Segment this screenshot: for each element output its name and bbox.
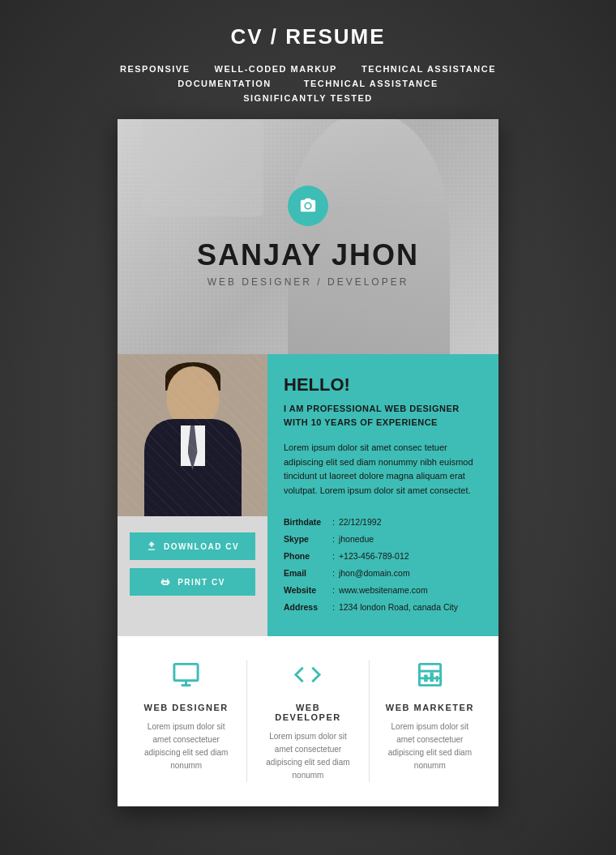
- svg-rect-0: [174, 665, 198, 681]
- cv-action-buttons: DOWNLOAD CV PRINT CV: [118, 516, 267, 596]
- features-row-1: RESPONSIVE WELL-CODED MARKUP TECHNICAL A…: [120, 64, 496, 74]
- sep6: :: [332, 599, 335, 616]
- sep5: :: [332, 582, 335, 599]
- download-icon: [146, 541, 157, 552]
- code-svg: [293, 660, 322, 689]
- hello-title: HELLO!: [284, 374, 482, 395]
- detail-birthdate: Birthdate : 22/12/1992: [284, 514, 482, 531]
- divider-2: [369, 660, 370, 782]
- skype-label: Skype: [284, 531, 328, 548]
- svg-rect-7: [430, 673, 433, 682]
- code-icon: [293, 660, 322, 695]
- page-title: CV / RESUME: [230, 24, 385, 49]
- detail-website: Website : www.websitename.com: [284, 582, 482, 599]
- address-value: 1234 london Road, canada City: [339, 599, 458, 616]
- website-value: www.websitename.com: [339, 582, 428, 599]
- cv-details: Birthdate : 22/12/1992 Skype : jhonedue …: [284, 514, 482, 616]
- download-cv-button[interactable]: DOWNLOAD CV: [130, 532, 255, 560]
- sep1: :: [332, 514, 335, 531]
- bg-person: [288, 119, 450, 354]
- detail-skype: Skype : jhonedue: [284, 531, 482, 548]
- monitor-icon: [172, 660, 200, 695]
- chart-icon: [416, 660, 444, 695]
- feature-responsive: RESPONSIVE: [120, 64, 190, 74]
- cv-skills-section: WEB DESIGNER Lorem ipsum dolor sit amet …: [118, 636, 498, 806]
- print-icon: [160, 576, 171, 588]
- cv-card: SANJAY JHON WEB DESIGNER / DEVELOPER: [118, 119, 498, 806]
- intro-text: Lorem ipsum dolor sit amet consec tetuer…: [284, 441, 482, 498]
- divider-1: [246, 660, 247, 782]
- feature-documentation: DOCUMENTATION: [178, 79, 272, 88]
- features-row-3: SIGNIFICANTLY TESTED: [243, 93, 373, 103]
- skype-value: jhonedue: [339, 531, 374, 548]
- intro-bold: I AM PROFESSIONAL WEB DESIGNER WITH 10 Y…: [284, 402, 482, 429]
- cv-photo: [118, 354, 267, 516]
- email-value: jhon@domain.com: [339, 565, 410, 582]
- sep2: :: [332, 531, 335, 548]
- cv-job-title: WEB DESIGNER / DEVELOPER: [207, 276, 409, 288]
- feature-tested: SIGNIFICANTLY TESTED: [243, 93, 373, 103]
- cv-name: SANJAY JHON: [197, 238, 419, 272]
- website-label: Website: [284, 582, 328, 599]
- address-label: Address: [284, 599, 328, 616]
- print-btn-label: PRINT CV: [178, 578, 225, 587]
- svg-rect-6: [424, 675, 427, 682]
- cv-profile: DOWNLOAD CV PRINT CV HELLO! I AM PROFESS…: [118, 354, 498, 636]
- features-row-2: DOCUMENTATION TECHNICAL ASSISTANCE: [178, 79, 438, 88]
- detail-address: Address : 1234 london Road, canada City: [284, 599, 482, 616]
- skill-2-desc: Lorem ipsum dolor sit amet consectetuer …: [263, 730, 352, 782]
- bg-element: [142, 119, 263, 216]
- download-btn-label: DOWNLOAD CV: [164, 542, 239, 551]
- detail-phone: Phone : +123-456-789-012: [284, 548, 482, 565]
- skill-3-name: WEB MARKETER: [386, 703, 474, 712]
- header-photo-bg: [118, 119, 498, 354]
- skill-3-desc: Lorem ipsum dolor sit amet consectetuer …: [386, 720, 474, 772]
- svg-rect-8: [436, 676, 438, 682]
- feature-technical-1: TECHNICAL ASSISTANCE: [361, 64, 496, 74]
- skill-web-developer: WEB DEVELOPER Lorem ipsum dolor sit amet…: [263, 660, 352, 782]
- cv-header: SANJAY JHON WEB DESIGNER / DEVELOPER: [118, 119, 498, 354]
- skill-2-name: WEB DEVELOPER: [263, 703, 352, 722]
- skill-1-name: WEB DESIGNER: [144, 703, 229, 712]
- camera-icon: [299, 197, 317, 215]
- print-cv-button[interactable]: PRINT CV: [130, 568, 255, 596]
- sep4: :: [332, 565, 335, 582]
- feature-technical-2: TECHNICAL ASSISTANCE: [304, 79, 438, 88]
- phone-value: +123-456-789-012: [339, 548, 409, 565]
- detail-email: Email : jhon@domain.com: [284, 565, 482, 582]
- cv-photo-column: DOWNLOAD CV PRINT CV: [118, 354, 267, 636]
- cv-info-column: HELLO! I AM PROFESSIONAL WEB DESIGNER WI…: [267, 354, 498, 636]
- sep3: :: [332, 548, 335, 565]
- birthdate-value: 22/12/1992: [339, 514, 382, 531]
- birthdate-label: Birthdate: [284, 514, 328, 531]
- monitor-svg: [172, 660, 200, 689]
- phone-label: Phone: [284, 548, 328, 565]
- skill-web-marketer: WEB MARKETER Lorem ipsum dolor sit amet …: [386, 660, 474, 782]
- face: [166, 366, 219, 427]
- skill-web-designer: WEB DESIGNER Lorem ipsum dolor sit amet …: [142, 660, 230, 782]
- email-label: Email: [284, 565, 328, 582]
- feature-markup: WELL-CODED MARKUP: [215, 64, 337, 74]
- camera-icon-circle: [288, 186, 328, 226]
- chart-svg: [416, 660, 444, 689]
- skill-1-desc: Lorem ipsum dolor sit amet consectetuer …: [142, 720, 230, 772]
